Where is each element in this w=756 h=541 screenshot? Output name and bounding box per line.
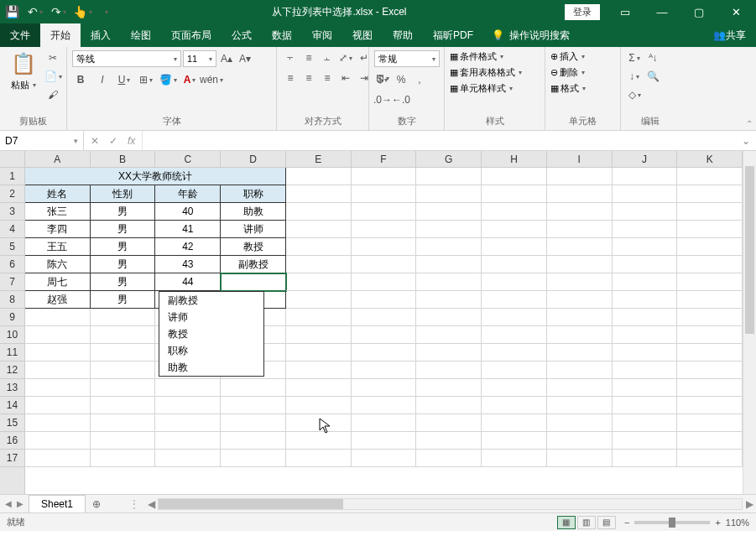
border-icon[interactable]: ⊞▾ xyxy=(138,72,154,87)
dropdown-option[interactable]: 讲师 xyxy=(159,309,263,325)
column-header[interactable]: I xyxy=(547,151,613,167)
cell[interactable]: 助教 xyxy=(221,203,286,221)
font-name-combo[interactable]: 等线▾ xyxy=(72,50,181,67)
column-header[interactable]: E xyxy=(286,151,352,167)
horizontal-scrollbar[interactable] xyxy=(158,498,743,510)
cell[interactable] xyxy=(677,379,743,397)
cell[interactable] xyxy=(91,309,156,326)
cell[interactable]: 陈六 xyxy=(25,256,91,273)
name-box[interactable]: D7 ▾ xyxy=(0,131,84,150)
cell[interactable] xyxy=(25,414,91,432)
cell[interactable] xyxy=(482,309,547,326)
cell[interactable] xyxy=(482,221,547,238)
cell[interactable] xyxy=(286,273,352,291)
cell[interactable] xyxy=(677,291,743,309)
row-header[interactable]: 12 xyxy=(0,362,24,379)
cell[interactable] xyxy=(286,326,352,344)
cell[interactable] xyxy=(352,221,417,238)
cell[interactable] xyxy=(547,256,613,273)
font-size-combo[interactable]: 11▾ xyxy=(183,50,216,67)
ribbon-options-icon[interactable]: ▭ xyxy=(608,0,642,23)
tab-layout[interactable]: 页面布局 xyxy=(161,23,222,47)
cell[interactable] xyxy=(547,273,613,291)
cell[interactable] xyxy=(25,344,91,362)
cell[interactable] xyxy=(482,450,547,467)
cell[interactable] xyxy=(286,362,352,379)
cell[interactable] xyxy=(286,185,352,203)
cell[interactable] xyxy=(91,326,156,344)
cell[interactable]: 男 xyxy=(91,221,156,238)
enter-formula-icon[interactable]: ✓ xyxy=(109,135,117,147)
hscroll-right-icon[interactable]: ▶ xyxy=(743,498,756,510)
login-button[interactable]: 登录 xyxy=(565,4,600,20)
cell[interactable] xyxy=(416,362,482,379)
decrease-decimal-icon[interactable]: ←.0 xyxy=(393,92,409,107)
cell[interactable] xyxy=(677,238,743,256)
cell[interactable] xyxy=(677,450,743,467)
cell[interactable]: 男 xyxy=(91,273,156,291)
cell[interactable] xyxy=(482,203,547,221)
cell[interactable] xyxy=(613,432,678,450)
cell[interactable] xyxy=(221,450,286,467)
column-header[interactable]: C xyxy=(155,151,221,167)
tab-home[interactable]: 开始 xyxy=(40,23,81,47)
cancel-formula-icon[interactable]: ✕ xyxy=(91,135,99,147)
cell[interactable] xyxy=(25,309,91,326)
delete-cells-button[interactable]: ⊖ 删除▾ xyxy=(550,66,585,79)
cell[interactable] xyxy=(482,291,547,309)
cell[interactable] xyxy=(547,414,613,432)
tab-file[interactable]: 文件 xyxy=(0,23,40,47)
row-header[interactable]: 7 xyxy=(0,273,24,291)
cell[interactable] xyxy=(547,397,613,414)
dropdown-option[interactable]: 助教 xyxy=(159,359,263,376)
collapse-ribbon-icon[interactable]: ⌃ xyxy=(746,119,753,128)
fill-icon[interactable]: ↓▾ xyxy=(626,69,643,84)
cell[interactable] xyxy=(352,185,417,203)
cell[interactable] xyxy=(482,273,547,291)
cell[interactable]: 男 xyxy=(91,238,156,256)
cell[interactable]: 讲师 xyxy=(221,221,286,238)
cell[interactable] xyxy=(416,273,482,291)
column-header[interactable]: F xyxy=(352,151,417,167)
column-header[interactable]: G xyxy=(416,151,482,167)
align-bottom-icon[interactable]: ⫠ xyxy=(319,50,336,65)
increase-decimal-icon[interactable]: .0→ xyxy=(374,92,391,107)
cell[interactable] xyxy=(677,432,743,450)
header-cell[interactable]: 姓名 xyxy=(25,185,91,203)
cell[interactable]: 43 xyxy=(155,256,221,273)
align-right-icon[interactable]: ≡ xyxy=(319,70,336,86)
cell[interactable]: 男 xyxy=(91,291,156,309)
cell[interactable] xyxy=(352,309,417,326)
tab-foxit[interactable]: 福昕PDF xyxy=(423,23,483,47)
cell[interactable] xyxy=(547,185,613,203)
phonetic-icon[interactable]: wén▾ xyxy=(203,72,220,87)
cell[interactable] xyxy=(416,344,482,362)
fill-color-icon[interactable]: 🪣▾ xyxy=(159,72,176,87)
cell[interactable] xyxy=(416,168,482,185)
vscroll-thumb[interactable] xyxy=(745,166,754,334)
cell[interactable] xyxy=(155,414,221,432)
cell[interactable] xyxy=(352,168,417,185)
cell[interactable] xyxy=(416,397,482,414)
cell[interactable]: 男 xyxy=(91,256,156,273)
cell[interactable] xyxy=(91,432,156,450)
row-header[interactable]: 9 xyxy=(0,309,24,326)
row-header[interactable]: 11 xyxy=(0,344,24,362)
cell[interactable]: 男 xyxy=(91,203,156,221)
cell[interactable] xyxy=(286,414,352,432)
tab-review[interactable]: 审阅 xyxy=(302,23,342,47)
cell[interactable] xyxy=(91,344,156,362)
clear-icon[interactable]: ◇▾ xyxy=(626,87,643,102)
fx-icon[interactable]: fx xyxy=(128,135,135,147)
cell[interactable] xyxy=(547,450,613,467)
cell[interactable] xyxy=(482,362,547,379)
dropdown-option[interactable]: 职称 xyxy=(159,342,263,359)
cell[interactable] xyxy=(352,432,417,450)
cell[interactable] xyxy=(613,256,678,273)
row-header[interactable]: 15 xyxy=(0,414,24,432)
cell[interactable]: 王五 xyxy=(25,238,91,256)
row-header[interactable]: 16 xyxy=(0,432,24,450)
cell[interactable] xyxy=(677,397,743,414)
row-header[interactable]: 10 xyxy=(0,326,24,344)
format-cells-button[interactable]: ▦ 格式▾ xyxy=(550,82,586,95)
